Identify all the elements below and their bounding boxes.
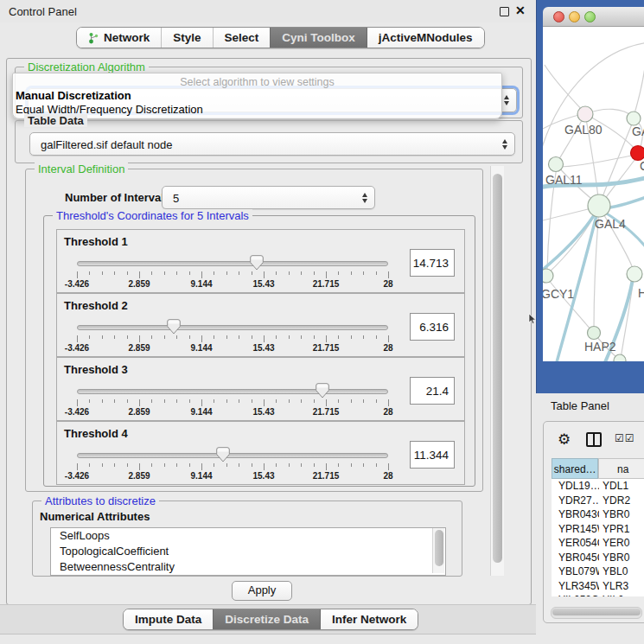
network-node[interactable]: [577, 106, 593, 122]
num-intervals-select[interactable]: 5: [162, 186, 375, 209]
table-cell[interactable]: YLR345W: [552, 579, 599, 594]
column-header-shared-name[interactable]: shared…: [552, 458, 598, 479]
attribute-item[interactable]: BetweennessCentrality: [51, 559, 445, 575]
tab-select[interactable]: Select: [213, 28, 271, 48]
float-icon[interactable]: [500, 7, 509, 16]
column-header-name[interactable]: na: [598, 458, 644, 479]
slider-track[interactable]: [77, 389, 388, 394]
network-node[interactable]: [543, 269, 553, 283]
attribute-item[interactable]: SelfLoops: [51, 528, 445, 544]
close-traffic-icon[interactable]: [553, 11, 564, 22]
mode-tab-discretize-data[interactable]: Discretize Data: [213, 609, 320, 629]
threshold-label: Threshold 3: [64, 363, 128, 376]
table-cell[interactable]: YBR0: [599, 551, 644, 565]
table-cell[interactable]: YDL19…: [552, 479, 599, 494]
table-hscrollbar[interactable]: [551, 607, 642, 619]
table-cell[interactable]: YBR043C: [552, 507, 599, 522]
apply-button[interactable]: Apply: [232, 581, 292, 601]
threshold-slider[interactable]: [77, 446, 388, 465]
slider-tick-labels: -3.4262.8599.14415.4321.71528: [77, 471, 388, 481]
numerical-attributes-list[interactable]: SelfLoopsTopologicalCoefficientBetweenne…: [50, 527, 446, 576]
network-node[interactable]: [631, 146, 644, 161]
table-cell[interactable]: YER0: [599, 536, 644, 551]
network-node[interactable]: [627, 266, 642, 282]
table-row[interactable]: YBR043CYBR0: [552, 507, 644, 522]
table-data-value: galFiltered.sif default node: [41, 137, 172, 150]
minimize-traffic-icon[interactable]: [569, 11, 580, 22]
slider-thumb[interactable]: [250, 255, 264, 273]
tab-cyni-toolbox[interactable]: Cyni Toolbox: [270, 28, 367, 48]
panel-scrollbar[interactable]: [490, 166, 504, 576]
table-cell[interactable]: YDR2: [599, 494, 644, 508]
table-cell[interactable]: YBR045C: [552, 551, 599, 565]
table-cell[interactable]: YBL079W: [552, 564, 599, 579]
slider-thumb[interactable]: [167, 319, 181, 337]
slider-track[interactable]: [77, 453, 388, 458]
network-node[interactable]: [614, 354, 626, 361]
table-cell[interactable]: YIL052C: [552, 593, 599, 596]
mode-tab-infer-network[interactable]: Infer Network: [320, 609, 418, 629]
table-cell[interactable]: YPR1: [599, 522, 644, 537]
node-label: GCY1: [543, 287, 574, 301]
slider-track[interactable]: [77, 261, 388, 266]
table-cell[interactable]: YER054C: [552, 536, 599, 551]
popup-option-manual[interactable]: Manual Discretization: [16, 89, 131, 102]
tab-label: Discretize Data: [225, 613, 309, 626]
threshold-value-field[interactable]: 6.316: [410, 313, 455, 341]
slider-thumb[interactable]: [316, 383, 329, 401]
threshold-slider[interactable]: [77, 382, 388, 401]
table-panel: ⚙ ☑☑ shared… na YDL19…YDL1YDR27…YDR2YBR0…: [543, 421, 644, 623]
split-view-icon[interactable]: [586, 432, 602, 447]
threshold-slider[interactable]: [77, 318, 388, 337]
threshold-value-field[interactable]: 14.713: [410, 249, 455, 277]
popup-placeholder-item[interactable]: Select algorithm to view settings: [13, 76, 501, 88]
table-cell[interactable]: YPR145W: [552, 522, 599, 537]
table-cell[interactable]: YDL1: [599, 479, 644, 494]
mode-tab-impute-data[interactable]: Impute Data: [124, 609, 213, 629]
tab-style[interactable]: Style: [161, 28, 212, 48]
table-row[interactable]: YDR27…YDR2: [552, 494, 644, 508]
table-row[interactable]: YBL079WYBL0: [552, 564, 644, 579]
table-cell[interactable]: YDR27…: [552, 494, 599, 508]
tab-label: Network: [104, 31, 150, 44]
threshold-label: Threshold 1: [64, 235, 128, 248]
table-row[interactable]: YER054CYER0: [552, 536, 644, 551]
tab-label: Infer Network: [332, 613, 406, 626]
table-data-select[interactable]: galFiltered.sif default node: [29, 132, 515, 156]
threshold-slider[interactable]: [77, 254, 388, 273]
threshold-value-field[interactable]: 11.344: [410, 441, 455, 469]
table-row[interactable]: YBR045CYBR0: [552, 551, 644, 565]
slider-track[interactable]: [77, 325, 388, 330]
table-cell[interactable]: YBL0: [599, 564, 644, 579]
checkbox-checked-icons[interactable]: ☑☑: [615, 432, 635, 444]
control-panel-titlebar: Control Panel ✕: [0, 0, 536, 22]
table-cell[interactable]: YLR3: [599, 579, 644, 594]
network-node[interactable]: [588, 194, 610, 217]
table-cell[interactable]: YBR0: [599, 507, 644, 522]
attribute-item[interactable]: TopologicalCoefficient: [51, 544, 445, 559]
attributes-scrollbar[interactable]: [432, 528, 444, 573]
slider-ticks: [77, 271, 388, 279]
network-node[interactable]: [549, 157, 564, 172]
table-row[interactable]: YLR345WYLR3: [552, 579, 644, 594]
network-node[interactable]: [588, 327, 601, 340]
zoom-traffic-icon[interactable]: [584, 11, 596, 22]
table-toolbar: ⚙ ☑☑: [544, 429, 644, 453]
threshold-value-field[interactable]: 21.4: [410, 377, 455, 405]
node-table: shared… na YDL19…YDL1YDR27…YDR2YBR043CYB…: [552, 458, 644, 596]
table-cell[interactable]: YIL0: [599, 593, 644, 596]
table-row[interactable]: YDL19…YDL1: [552, 479, 644, 494]
network-canvas[interactable]: GAL80GACGAL11GAL4GCY1HHAP2: [543, 27, 644, 361]
table-row[interactable]: YIL052CYIL0: [552, 593, 644, 596]
tab-label: Impute Data: [135, 613, 201, 626]
tab-jactivemnodules[interactable]: jActiveMNodules: [367, 28, 484, 48]
close-icon[interactable]: ✕: [515, 3, 526, 17]
network-node[interactable]: [627, 112, 641, 125]
table-row[interactable]: YPR145WYPR1: [552, 522, 644, 537]
gear-icon[interactable]: ⚙: [558, 430, 571, 449]
group-title: Attributes to discretize: [41, 494, 159, 507]
slider-thumb[interactable]: [216, 447, 230, 465]
table-header-row: shared… na: [552, 458, 644, 479]
tab-network[interactable]: Network: [77, 28, 161, 48]
group-title: Discretization Algorithm: [24, 61, 149, 73]
